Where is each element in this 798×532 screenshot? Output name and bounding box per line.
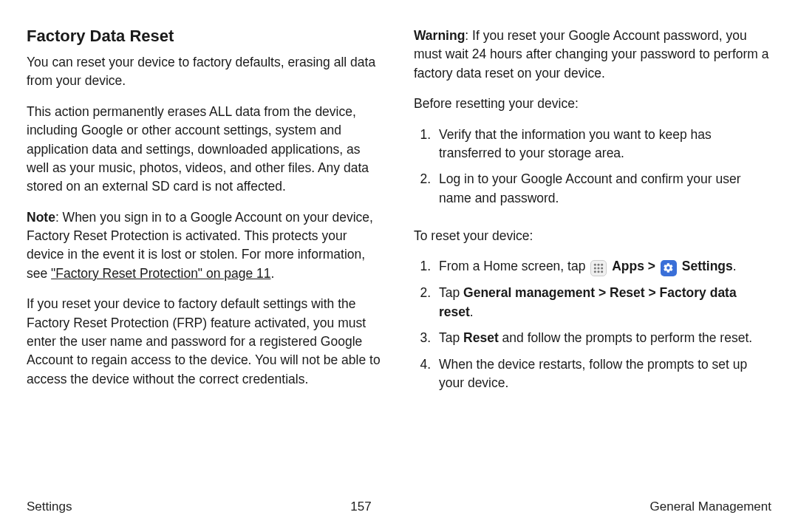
note-label: Note: [27, 210, 55, 225]
step-bold: Reset: [463, 330, 499, 345]
note-link[interactable]: "Factory Reset Protection" on page 11: [51, 266, 270, 281]
svg-point-2: [601, 264, 603, 266]
list-item: From a Home screen, tap Apps > Settings.: [434, 257, 771, 276]
step-end: .: [733, 259, 737, 273]
footer-right: General Management: [650, 499, 771, 514]
frp-paragraph: If you reset your device to factory defa…: [27, 295, 384, 389]
gt1: >: [644, 259, 659, 273]
apps-icon: [590, 260, 607, 276]
left-column: Factory Data Reset You can reset your de…: [27, 27, 384, 488]
intro-paragraph: You can reset your device to factory def…: [27, 53, 384, 91]
step-text: Tap: [439, 285, 463, 300]
step-end: .: [470, 304, 474, 319]
svg-point-0: [594, 264, 596, 266]
page-number: 157: [350, 499, 371, 514]
settings-icon: [661, 260, 677, 276]
list-item: Tap Reset and follow the prompts to perf…: [434, 329, 771, 347]
settings-label: Settings: [682, 259, 733, 273]
note-paragraph: Note: When you sign in to a Google Accou…: [27, 208, 384, 284]
before-heading: Before resetting your device:: [414, 95, 771, 113]
reset-steps: From a Home screen, tap Apps > Settings.…: [414, 257, 771, 400]
section-heading: Factory Data Reset: [27, 27, 384, 46]
content-columns: Factory Data Reset You can reset your de…: [27, 27, 771, 488]
apps-label: Apps: [612, 259, 644, 273]
warning-label: Warning: [414, 28, 465, 43]
svg-point-7: [598, 271, 600, 273]
warning-paragraph: Warning: If you reset your Google Accoun…: [414, 27, 771, 83]
step-text: Tap: [439, 330, 463, 345]
note-after: .: [271, 266, 275, 281]
toreset-heading: To reset your device:: [414, 227, 771, 245]
svg-point-5: [601, 267, 603, 270]
list-item: Tap General management > Reset > Factory…: [434, 284, 771, 321]
svg-point-1: [598, 264, 600, 266]
erase-details-paragraph: This action permanently erases ALL data …: [27, 103, 384, 197]
step-text: and follow the prompts to perform the re…: [499, 330, 752, 345]
page-footer: Settings 157 General Management: [27, 499, 771, 514]
svg-point-6: [594, 271, 596, 273]
before-list: Verify that the information you want to …: [414, 126, 771, 216]
step-text: From a Home screen, tap: [439, 259, 589, 273]
list-item: When the device restarts, follow the pro…: [434, 355, 771, 393]
list-item: Verify that the information you want to …: [434, 126, 771, 163]
right-column: Warning: If you reset your Google Accoun…: [414, 27, 771, 488]
list-item: Log in to your Google Account and confir…: [434, 170, 771, 208]
step-bold: General management > Reset > Factory dat…: [439, 285, 737, 318]
svg-point-8: [601, 271, 603, 273]
svg-point-4: [598, 267, 600, 270]
warning-body: : If you reset your Google Account passw…: [414, 28, 769, 81]
svg-point-3: [594, 267, 596, 270]
footer-left: Settings: [27, 499, 72, 514]
